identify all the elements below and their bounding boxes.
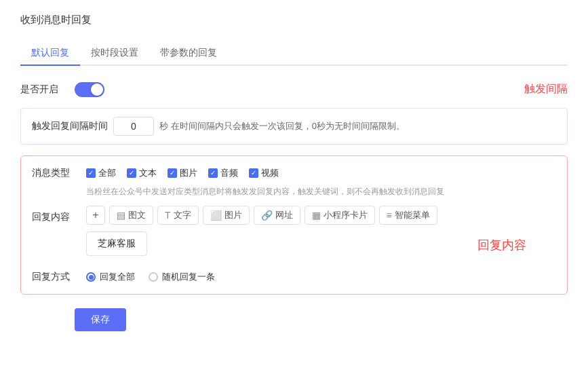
tab-params[interactable]: 带参数的回复 (149, 41, 228, 66)
richtext-icon: ▤ (117, 210, 125, 221)
save-button[interactable]: 保存 (75, 308, 126, 331)
menu-icon: ≡ (387, 210, 392, 221)
checkbox-text[interactable]: 文本 (127, 167, 157, 179)
checkbox-image-icon (168, 168, 177, 178)
page-title: 收到消息时回复 (20, 14, 568, 26)
message-type-hint: 当粉丝在公众号中发送对应类型消息时将触发发回复内容，触发关键词，则不会再触发收到… (86, 186, 556, 198)
message-type-row: 消息类型 全部 文本 图片 音频 (32, 167, 556, 179)
toggle-switch[interactable] (75, 82, 104, 97)
toggle-thumb (91, 84, 103, 96)
reply-type-richtext[interactable]: ▤ 图文 (109, 206, 153, 225)
toggle-row: 是否开启 (20, 82, 568, 97)
reply-type-menu[interactable]: ≡ 智能菜单 (379, 206, 437, 225)
radio-reply-all-label: 回复全部 (100, 271, 135, 283)
radio-reply-random-outer (149, 272, 158, 282)
toggle-track (75, 82, 104, 97)
checkbox-image[interactable]: 图片 (168, 167, 197, 179)
checkbox-image-label: 图片 (180, 167, 197, 179)
reply-type-url[interactable]: 🔗 网址 (254, 206, 300, 225)
trigger-interval-input[interactable] (113, 117, 154, 136)
reply-toolbar: + ▤ 图文 T 文字 ⬜ 图片 🔗 (86, 206, 556, 225)
reply-method-label: 回复方式 (32, 271, 86, 283)
reply-type-image[interactable]: ⬜ 图片 (203, 206, 250, 225)
radio-reply-random-label: 随机回复一条 (162, 271, 215, 283)
message-type-checkboxes: 全部 文本 图片 音频 视频 (86, 167, 279, 179)
annotation-trigger: 触发间隔 (524, 82, 568, 96)
page-container: 收到消息时回复 默认回复 按时段设置 带参数的回复 是否开启 触发间隔 触发回复… (0, 0, 588, 345)
annotation-reply-content: 回复内容 (477, 237, 526, 253)
checkbox-audio[interactable]: 音频 (208, 167, 238, 179)
checkbox-video[interactable]: 视频 (249, 167, 279, 179)
tabs-bar: 默认回复 按时段设置 带参数的回复 (20, 40, 568, 66)
radio-reply-all-inner (89, 275, 94, 280)
checkbox-audio-label: 音频 (220, 167, 238, 179)
checkbox-text-label: 文本 (139, 167, 157, 179)
message-type-label: 消息类型 (32, 167, 86, 179)
radio-reply-random[interactable]: 随机回复一条 (149, 271, 215, 283)
trigger-interval-box: 触发回复间隔时间 秒 在时间间隔内只会触发一次该回复，0秒为无时间间隔限制。 (20, 108, 568, 145)
checkbox-all-icon (86, 168, 96, 178)
reply-content-label: 回复内容 (32, 206, 86, 223)
trigger-unit: 秒 在时间间隔内只会触发一次该回复，0秒为无时间间隔限制。 (159, 120, 405, 132)
reply-type-text[interactable]: T 文字 (157, 206, 199, 225)
checkbox-audio-icon (208, 168, 218, 178)
radio-reply-all-outer (86, 272, 96, 282)
main-content-box: 消息类型 全部 文本 图片 音频 (20, 155, 568, 295)
image-icon: ⬜ (210, 210, 222, 221)
reply-item-0[interactable]: 芝麻客服 (86, 231, 147, 256)
tab-schedule[interactable]: 按时段设置 (80, 41, 149, 66)
checkbox-video-icon (249, 168, 258, 178)
checkbox-video-label: 视频 (261, 167, 279, 179)
reply-method-row: 回复方式 回复全部 随机回复一条 (32, 271, 556, 283)
add-reply-button[interactable]: + (86, 206, 105, 225)
radio-reply-all[interactable]: 回复全部 (86, 271, 135, 283)
checkbox-text-icon (127, 168, 136, 178)
miniapp-icon: ▦ (312, 210, 321, 221)
toggle-annotation-wrapper: 是否开启 触发间隔 (20, 82, 568, 97)
checkbox-all-label: 全部 (98, 167, 116, 179)
tab-default[interactable]: 默认回复 (20, 41, 80, 66)
text-icon: T (165, 210, 171, 221)
trigger-interval-label: 触发回复间隔时间 (32, 120, 108, 132)
checkbox-all[interactable]: 全部 (86, 167, 116, 179)
reply-content-area: + ▤ 图文 T 文字 ⬜ 图片 🔗 (86, 206, 556, 263)
toggle-label: 是否开启 (20, 84, 75, 96)
reply-method-radio-group: 回复全部 随机回复一条 (86, 271, 215, 283)
reply-type-miniapp[interactable]: ▦ 小程序卡片 (305, 206, 375, 225)
url-icon: 🔗 (261, 210, 273, 221)
reply-content-row: 回复内容 + ▤ 图文 T 文字 ⬜ 图片 (32, 206, 556, 263)
